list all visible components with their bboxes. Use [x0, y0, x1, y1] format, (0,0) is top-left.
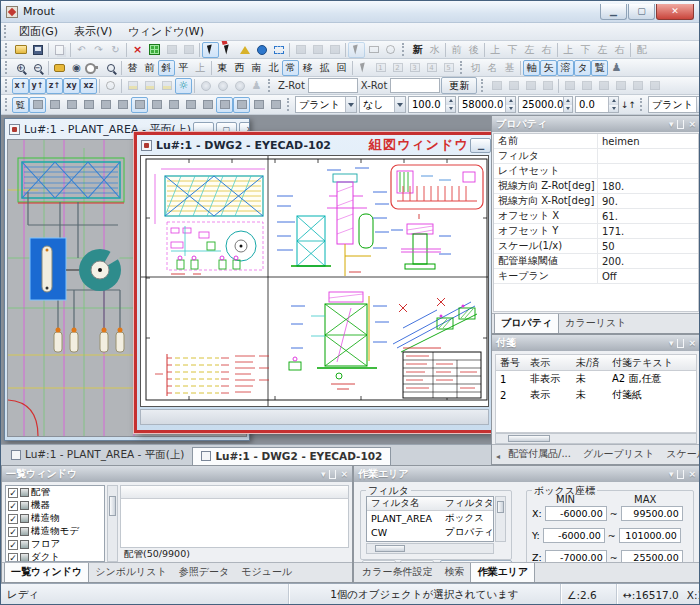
axis-xz-button[interactable]: xz — [80, 78, 97, 94]
axis-z-button[interactable]: z↑ — [46, 78, 63, 94]
north-view-button[interactable]: 北 — [265, 60, 282, 76]
tab-listwindow[interactable]: 一覧ウィンドウ — [4, 562, 89, 582]
list-mode-button[interactable]: 覧 — [12, 97, 29, 113]
base-button[interactable]: 基 — [501, 60, 518, 76]
expand-view-button[interactable]: 拡 — [316, 60, 333, 76]
swap-view-button[interactable]: 替 — [124, 60, 141, 76]
axis-display-button[interactable]: 軸 — [523, 60, 540, 76]
rotate-view-button[interactable]: 回 — [333, 60, 350, 76]
tab-refdata[interactable]: 参照データ — [173, 563, 235, 582]
grid-off-button[interactable] — [163, 42, 180, 58]
filter-vscroll[interactable] — [495, 496, 506, 542]
prop-value[interactable]: 200. — [598, 256, 698, 267]
filter-row[interactable]: CWプロパティ — [367, 525, 493, 539]
back-button[interactable]: 後 — [465, 42, 482, 58]
category-tool-button[interactable] — [216, 97, 233, 113]
prop-value[interactable]: 61. — [598, 211, 698, 222]
checkbox[interactable] — [8, 540, 18, 550]
select-cursor-button[interactable] — [202, 42, 219, 58]
visibility-button[interactable]: ◉ — [68, 60, 85, 76]
key-link-button[interactable] — [85, 60, 102, 76]
minimize-button[interactable]: ▁ — [600, 4, 627, 20]
prop-value[interactable]: 50 — [598, 241, 698, 252]
oblique-view-button[interactable]: 斜 — [158, 60, 175, 76]
view-3-button[interactable]: 3 — [406, 60, 423, 76]
offset-spinner[interactable]: 0.0 — [575, 96, 619, 113]
filter-hscroll[interactable] — [366, 543, 494, 554]
undo-button[interactable]: ↶ — [73, 42, 90, 58]
panel-menu-icon[interactable]: ▾ — [669, 339, 674, 348]
tap-display-button[interactable]: タ — [574, 60, 591, 76]
gear-settings-button[interactable]: ☼ — [175, 78, 192, 94]
menu-window[interactable]: ウィンドウ(W) — [120, 23, 212, 40]
circle-draw-button[interactable] — [382, 42, 399, 58]
prop-value[interactable]: heimen — [598, 136, 698, 147]
checkbox[interactable] — [8, 553, 18, 563]
water-button[interactable]: 水 — [426, 42, 443, 58]
sort-button[interactable]: ↓↑ — [620, 97, 637, 113]
box-select-button[interactable] — [270, 42, 287, 58]
prop-value[interactable]: 90. — [598, 196, 698, 207]
category-tool-button[interactable] — [199, 97, 216, 113]
col-filter-type[interactable]: フィルタタイ — [441, 497, 493, 510]
checkbox[interactable] — [8, 501, 18, 511]
horizontal-scrollbar[interactable] — [495, 433, 697, 444]
callout-button[interactable] — [51, 60, 68, 76]
tab-scalebox[interactable]: スケールボッ... — [660, 445, 700, 464]
col-number[interactable]: 番号 — [496, 356, 526, 370]
dwg-window-titlebar[interactable]: Lu#:1 - DWG2 - EYECAD-102 組図ウィンドウ ▁ ▢ ✕ — [137, 135, 491, 155]
tab-dwg-window[interactable]: Lu#:1 - DWG2 - EYECAD-102 — [192, 447, 391, 465]
west-view-button[interactable]: 西 — [231, 60, 248, 76]
layout-tool-button[interactable] — [561, 78, 578, 94]
checkbox[interactable] — [8, 527, 18, 537]
plant-combo[interactable]: プラント — [295, 96, 357, 113]
cursor-gray-button[interactable] — [355, 60, 372, 76]
view-2-button[interactable]: 2 — [389, 60, 406, 76]
tab-module[interactable]: モジュール — [235, 563, 298, 582]
cursor-mode-button[interactable] — [348, 42, 365, 58]
close-icon[interactable]: × — [688, 120, 696, 129]
category-listbox[interactable]: 配管 機器 構造物 構造物モデ フロア ダクト — [5, 485, 105, 562]
tool-button[interactable] — [309, 42, 326, 58]
level-2-button[interactable] — [141, 78, 158, 94]
layout-tool-button[interactable] — [595, 78, 612, 94]
tab-search[interactable]: 検索 — [438, 563, 470, 582]
tab-pipe-accessories[interactable]: 配管付属品/... — [502, 445, 577, 464]
view-5-button[interactable]: 5 — [440, 60, 457, 76]
cut-button[interactable]: 切 — [467, 60, 484, 76]
col-filter-name[interactable]: フィルタ名 — [367, 497, 441, 510]
save-button[interactable] — [29, 42, 46, 58]
properties-grid[interactable]: 名前heimen フィルタ レイヤセット 視線方向 Z-Rot[deg]180.… — [493, 133, 699, 312]
misc-tool-button[interactable]: ♟ — [608, 60, 625, 76]
zrot-input[interactable] — [308, 78, 358, 93]
tab-colorlist[interactable]: カラーリスト — [559, 314, 632, 333]
menu-drawing[interactable]: 図面(G) — [11, 23, 66, 40]
right-button[interactable]: 右 — [538, 42, 555, 58]
delete-filter-button[interactable]: 削除 — [400, 560, 434, 562]
grid-button[interactable] — [146, 42, 163, 58]
magnify-button[interactable] — [102, 60, 119, 76]
layout-tool-button[interactable] — [505, 78, 522, 94]
dwg-canvas[interactable] — [140, 155, 489, 407]
scale-spinner[interactable]: 100.0 — [408, 96, 456, 113]
y-min-input[interactable]: -6000.00 — [543, 528, 605, 543]
checkbox[interactable] — [8, 514, 18, 524]
pin-icon[interactable] — [677, 339, 684, 348]
prev-view-button[interactable]: 前 — [141, 60, 158, 76]
layout-tool-button[interactable] — [578, 78, 595, 94]
plant-combo-2[interactable]: プラント — [648, 96, 699, 113]
col-text[interactable]: 付箋テキスト — [608, 356, 696, 370]
east-view-button[interactable]: 東 — [214, 60, 231, 76]
z-min-input[interactable]: -7000.00 — [545, 550, 607, 562]
xrot-input[interactable] — [390, 78, 440, 93]
object-list-body[interactable] — [120, 499, 349, 548]
category-tool-button[interactable] — [250, 97, 267, 113]
category-tool-button[interactable] — [97, 97, 114, 113]
y-max-input[interactable]: 101000.00 — [619, 528, 681, 543]
pin-icon[interactable] — [677, 120, 684, 129]
category-tool-button[interactable] — [148, 97, 165, 113]
assembly-drawing-window[interactable]: Lu#:1 - DWG2 - EYECAD-102 組図ウィンドウ ▁ ▢ ✕ — [134, 132, 491, 433]
south-view-button[interactable]: 南 — [248, 60, 265, 76]
filter-table[interactable]: フィルタ名 フィルタタイ PLANT_AREAボックス CWプロパティ — [366, 496, 494, 542]
zoom-out-button[interactable]: − — [29, 60, 46, 76]
